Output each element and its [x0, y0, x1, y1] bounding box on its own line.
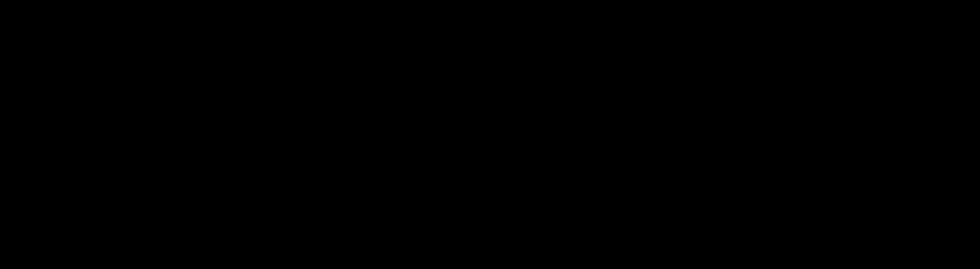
- figure-title: [27, 0, 888, 9]
- lidar-heatmap-canvas: [27, 10, 888, 248]
- colorbar-canvas: [942, 10, 954, 247]
